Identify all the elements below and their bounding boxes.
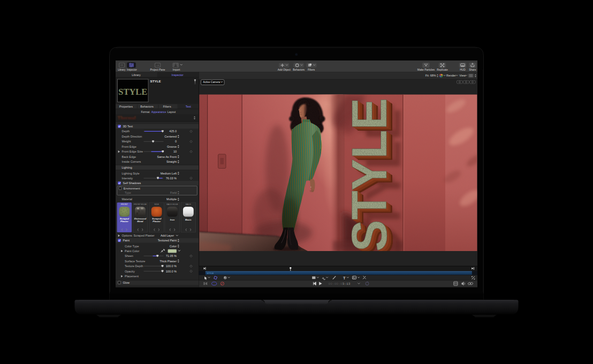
svg-text:BACK EDGE: BACK EDGE xyxy=(166,203,178,206)
svg-text:Back Edge: Back Edge xyxy=(122,155,136,158)
svg-text:Fit: 68%: Fit: 68% xyxy=(425,74,436,77)
svg-text:Share: Share xyxy=(469,69,476,71)
svg-text:Front Edge: Front Edge xyxy=(122,145,136,148)
svg-text:Centered: Centered xyxy=(164,135,177,138)
svg-text:Make Particles: Make Particles xyxy=(417,69,435,71)
svg-text:Inspector: Inspector xyxy=(127,69,137,71)
svg-text:Placement: Placement xyxy=(125,275,139,278)
svg-text:Self Shadows: Self Shadows xyxy=(123,181,141,185)
svg-text:Material: Material xyxy=(122,198,133,201)
svg-text:Same As Front: Same As Front xyxy=(157,155,177,158)
svg-text:Intensity: Intensity xyxy=(122,177,133,180)
svg-text:Front Edge Size: Front Edge Size xyxy=(122,150,143,153)
svg-text:Library: Library xyxy=(132,73,141,77)
svg-text:Filters: Filters xyxy=(163,105,171,108)
svg-text:76.03 %: 76.03 % xyxy=(166,177,177,180)
svg-text:425.0: 425.0 xyxy=(169,130,177,133)
svg-text:Medium Left: Medium Left xyxy=(161,172,177,175)
svg-text:10: 10 xyxy=(173,150,177,153)
svg-text:100.0 %: 100.0 % xyxy=(166,264,177,268)
svg-text:Sheen: Sheen xyxy=(125,254,133,257)
svg-text:100.0 %: 100.0 % xyxy=(166,270,177,273)
svg-text:Textured Paint: Textured Paint xyxy=(158,239,177,242)
svg-text:Paint: Paint xyxy=(123,239,130,242)
svg-text:Scraped: Scraped xyxy=(152,217,162,220)
svg-text:Environment: Environment xyxy=(124,187,140,190)
svg-text:Plaster: Plaster xyxy=(120,220,128,223)
svg-text:Project Pane: Project Pane xyxy=(150,69,165,71)
svg-text:3:13: 3:13 xyxy=(343,282,351,286)
svg-text:Metal: Metal xyxy=(137,220,143,223)
svg-text:Library: Library xyxy=(118,69,126,71)
svg-text:Scraped: Scraped xyxy=(120,217,130,220)
svg-text:STYLE: STYLE xyxy=(207,272,214,275)
svg-text:Iron: Iron xyxy=(170,218,175,221)
svg-text:FRONT: FRONT xyxy=(121,203,128,206)
svg-text:SIDE: SIDE xyxy=(154,203,159,206)
svg-text:Distressed: Distressed xyxy=(134,217,147,220)
svg-text:Glow: Glow xyxy=(123,281,130,284)
svg-text:Type: Type xyxy=(125,191,131,194)
svg-text:Lighting: Lighting xyxy=(122,166,132,169)
svg-text:Active Camera: Active Camera xyxy=(203,81,220,84)
svg-text:Basic: Basic xyxy=(185,218,192,221)
svg-text:Behaviors: Behaviors xyxy=(140,105,154,108)
svg-text:Depth Direction: Depth Direction xyxy=(122,135,142,138)
svg-text:Lighting Style: Lighting Style xyxy=(122,172,140,175)
svg-text:Text: Text xyxy=(186,105,192,108)
svg-text:Depth: Depth xyxy=(122,130,130,133)
svg-text:Options: Scraped Plaster: Options: Scraped Plaster xyxy=(122,234,155,237)
svg-text:Surface Texture: Surface Texture xyxy=(125,260,145,263)
svg-text:Appearance: Appearance xyxy=(151,110,166,113)
svg-text:3D Text: 3D Text xyxy=(123,125,133,128)
svg-text:Inside Corners: Inside Corners xyxy=(122,160,141,163)
svg-text:Multiple: Multiple xyxy=(166,198,177,201)
svg-text:Format: Format xyxy=(141,110,150,113)
svg-text:STYLE: STYLE xyxy=(118,86,147,97)
svg-text:Add Object: Add Object xyxy=(278,69,291,71)
svg-text:Groove: Groove xyxy=(167,145,177,148)
svg-text:Filters: Filters xyxy=(308,69,315,71)
svg-text:Replicate: Replicate xyxy=(437,69,448,71)
svg-text:Weight: Weight xyxy=(122,140,131,143)
svg-text:Properties: Properties xyxy=(119,105,133,108)
svg-text:Texture Depth: Texture Depth xyxy=(125,264,143,268)
svg-text:Paint Color: Paint Color xyxy=(125,249,139,253)
svg-text:Field: Field xyxy=(170,191,177,194)
svg-text:View: View xyxy=(459,74,466,77)
svg-text:STYLE: STYLE xyxy=(150,79,161,83)
svg-text:BACK: BACK xyxy=(186,203,192,206)
svg-text:FRONT EDGE: FRONT EDGE xyxy=(134,203,147,206)
svg-text:HUD: HUD xyxy=(460,69,466,71)
svg-text:Color: Color xyxy=(170,245,177,248)
svg-text:Straight: Straight xyxy=(166,160,177,163)
svg-text:00:00:0: 00:00:0 xyxy=(329,282,343,286)
svg-text:71.05 %: 71.05 % xyxy=(166,254,177,257)
svg-text:T: T xyxy=(343,276,346,280)
svg-text:Render: Render xyxy=(446,74,456,77)
svg-text:Add Layer: Add Layer xyxy=(161,234,174,237)
svg-text:Plaster: Plaster xyxy=(153,220,161,223)
svg-text:Color Type: Color Type xyxy=(125,245,139,248)
svg-text:Import: Import xyxy=(173,69,181,71)
svg-text:0: 0 xyxy=(175,140,177,143)
svg-text:Thick Plaster: Thick Plaster xyxy=(159,260,177,263)
svg-text:Behaviors: Behaviors xyxy=(293,69,305,71)
svg-text:Layout: Layout xyxy=(168,110,176,113)
svg-text:Opacity: Opacity xyxy=(125,270,135,273)
svg-text:Inspector: Inspector xyxy=(171,73,183,77)
svg-text:Thermal: Thermal xyxy=(118,115,136,120)
